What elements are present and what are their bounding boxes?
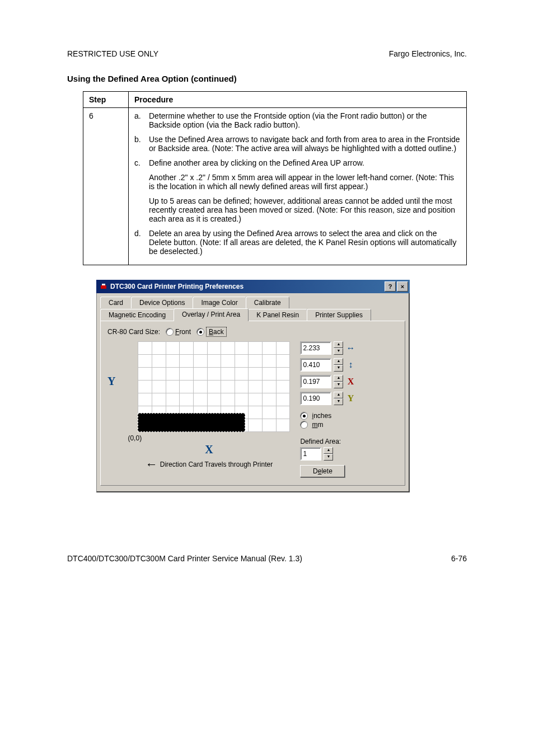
dialog-titlebar: DTC300 Card Printer Printing Preferences… — [96, 280, 410, 293]
inches-radio[interactable] — [300, 412, 308, 420]
y-spinner[interactable]: ▲▼ — [334, 392, 343, 405]
footer-left: DTC400/DTC300/DTC300M Card Printer Servi… — [67, 554, 302, 563]
inches-label: inches — [312, 412, 331, 420]
back-radio[interactable] — [196, 328, 204, 336]
x-spinner[interactable]: ▲▼ — [334, 375, 343, 388]
width-icon: ↔ — [345, 343, 355, 353]
x-dim-icon: X — [345, 377, 355, 387]
printer-icon — [100, 283, 107, 290]
direction-arrow-icon: ← — [146, 457, 158, 472]
defined-area-preview[interactable] — [138, 413, 245, 432]
tab-magnetic-encoding[interactable]: Magnetic Encoding — [100, 309, 174, 321]
header-right: Fargo Electronics, Inc. — [389, 49, 467, 58]
x-axis-label: X — [205, 443, 213, 456]
defined-area-spinner[interactable]: ▲▼ — [324, 447, 333, 461]
svg-rect-0 — [101, 285, 106, 289]
width-input[interactable]: 2.233 — [300, 341, 331, 355]
tab-device-options[interactable]: Device Options — [131, 297, 193, 308]
th-procedure: Procedure — [129, 92, 467, 108]
item-c-sub1: Another .2" x .2" / 5mm x 5mm area will … — [149, 173, 461, 191]
tab-image-color[interactable]: Image Color — [193, 297, 246, 308]
item-d-text: Delete an area by using the Defined Area… — [149, 229, 461, 256]
height-spinner[interactable]: ▲▼ — [334, 358, 343, 372]
section-title: Using the Defined Area Option (continued… — [67, 74, 467, 83]
close-button[interactable]: × — [397, 281, 408, 292]
item-c-text: Define another area by clicking on the D… — [149, 158, 364, 167]
tab-overlay-print-area[interactable]: Overlay / Print Area — [174, 308, 249, 321]
item-b-text: Use the Defined Area arrows to navigate … — [149, 135, 461, 153]
header-left: RESTRICTED USE ONLY — [67, 49, 158, 58]
tab-k-panel-resin[interactable]: K Panel Resin — [248, 309, 307, 321]
defined-area-input[interactable]: 1 — [300, 447, 321, 461]
tab-card[interactable]: Card — [100, 297, 132, 308]
dialog-title: DTC300 Card Printer Printing Preferences — [110, 283, 383, 290]
tab-calibrate[interactable]: Calibrate — [246, 297, 289, 308]
item-c-sub2: Up to 5 areas can be defined; however, a… — [149, 196, 461, 223]
procedure-table: Step Procedure 6 a. Determine whether to… — [83, 91, 467, 265]
height-icon: ↕ — [345, 360, 355, 370]
mm-label: mm — [312, 421, 323, 429]
printing-preferences-dialog: DTC300 Card Printer Printing Preferences… — [96, 280, 410, 492]
th-step: Step — [83, 92, 129, 108]
y-input[interactable]: 0.190 — [300, 392, 331, 405]
tab-printer-supplies[interactable]: Printer Supplies — [307, 309, 371, 321]
height-input[interactable]: 0.410 — [300, 358, 331, 372]
front-radio-label: Front — [175, 328, 191, 336]
delete-button[interactable]: Delete — [300, 465, 345, 477]
footer-right: 6-76 — [451, 554, 467, 563]
item-a-text: Determine whether to use the Frontside o… — [149, 111, 461, 129]
help-button[interactable]: ? — [385, 281, 396, 292]
procedure-cell: a. Determine whether to use the Frontsid… — [129, 108, 467, 265]
origin-label: (0,0) — [128, 434, 142, 442]
item-c-label: c. — [134, 158, 146, 167]
x-input[interactable]: 0.197 — [300, 375, 331, 388]
item-b-label: b. — [134, 135, 146, 153]
y-dim-icon: Y — [345, 393, 355, 403]
item-a-label: a. — [134, 111, 146, 129]
mm-radio[interactable] — [300, 421, 308, 429]
step-number: 6 — [83, 108, 129, 265]
width-spinner[interactable]: ▲▼ — [334, 341, 343, 355]
direction-label: Direction Card Travels through Printer — [160, 461, 273, 468]
item-d-label: d. — [134, 229, 146, 256]
y-axis-label: Y — [107, 375, 115, 477]
card-preview-grid: (0,0) — [128, 341, 290, 442]
back-radio-label: Back — [206, 327, 227, 337]
cardsize-label: CR-80 Card Size: — [107, 328, 160, 336]
svg-rect-1 — [102, 284, 105, 285]
defined-area-label: Defined Area: — [300, 438, 355, 445]
front-radio[interactable] — [166, 328, 174, 336]
